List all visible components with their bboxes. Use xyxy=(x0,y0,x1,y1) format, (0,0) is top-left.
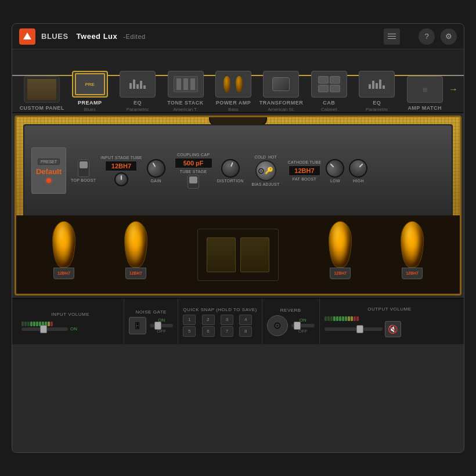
reverb-thumb[interactable] xyxy=(294,322,301,330)
eq2-label: EQ xyxy=(373,100,381,106)
reverb-label: REVERB xyxy=(267,308,315,313)
chain-item-transformer[interactable]: TRANSFORMER American St. xyxy=(257,71,305,112)
preamp-sublabel: Blues xyxy=(84,107,96,112)
gain-label: GAIN xyxy=(150,179,161,183)
tube-label-1: 12BH7 xyxy=(57,271,70,275)
bottom-controls: INPUT VOLUME ON xyxy=(12,298,464,344)
mute-button[interactable]: 🔇 xyxy=(385,321,401,337)
eq2-icon xyxy=(359,71,395,98)
tube-body-1 xyxy=(52,221,75,268)
bias-adjust-label: BIAS ADJUST xyxy=(252,182,280,186)
reverb-icon: ⊙ xyxy=(267,315,288,336)
settings-button[interactable]: ⚙ xyxy=(441,28,457,45)
noise-gate-slider[interactable] xyxy=(150,324,173,327)
bias-adjust-group: COLD HOT ⊙ BIAS ADJUST xyxy=(252,155,280,186)
tonestack-icon xyxy=(168,71,204,98)
tube-body-3 xyxy=(329,221,352,268)
chain-item-preamp[interactable]: PRE PREAMP Blues xyxy=(66,71,113,112)
tube-label-3: 12BH7 xyxy=(334,271,347,275)
cathode-tube-label: CATHODE TUBE xyxy=(288,160,322,164)
cab-label: CAB xyxy=(323,100,335,106)
eq1-icon xyxy=(120,71,156,98)
app-container: BLUES Tweed Lux -Edited ? ⚙ CUSTOM PANEL xyxy=(12,23,464,453)
transformer-icon xyxy=(263,71,299,98)
tube-2: 12BH7 xyxy=(120,221,152,288)
poweramp-label: POWER AMP xyxy=(216,100,251,106)
preset-label: PRESET xyxy=(38,158,60,165)
header: BLUES Tweed Lux -Edited ? ⚙ xyxy=(12,24,464,49)
cab-sublabel: Cabinet xyxy=(321,107,337,112)
eq1-sublabel: Parametric xyxy=(127,107,149,112)
high-knob[interactable] xyxy=(345,155,372,181)
high-label: HIGH xyxy=(353,179,364,183)
tube-1: 12BH7 xyxy=(48,221,80,288)
snap-btn-5[interactable]: 5 xyxy=(183,326,196,337)
input-on-label: ON xyxy=(70,326,77,331)
tonestack-sublabel: American T. xyxy=(173,107,197,112)
input-volume-thumb[interactable] xyxy=(40,325,47,333)
chain-item-poweramp[interactable]: POWER AMP Bass xyxy=(210,71,257,112)
input-meter xyxy=(21,319,119,326)
noise-gate-label: NOISE GATE xyxy=(129,309,173,315)
input-volume-slider-container: ON xyxy=(21,326,119,331)
chain-item-cab[interactable]: CAB Cabinet xyxy=(305,71,353,112)
input-volume-section: INPUT VOLUME ON xyxy=(17,299,124,344)
poweramp-sublabel: Bass xyxy=(228,107,239,112)
menu-button[interactable] xyxy=(384,28,400,45)
coupling-cap-value[interactable]: 500 pF xyxy=(175,158,212,168)
chain-item-custom-panel[interactable]: CUSTOM PANEL xyxy=(18,76,66,112)
noise-gate-off: OFF xyxy=(150,329,173,334)
eq1-label: EQ xyxy=(134,100,142,106)
output-meter xyxy=(324,314,455,321)
input-stage-value[interactable]: 12BH7 xyxy=(105,161,137,171)
chain-item-tonestack[interactable]: TONE STACK American T. xyxy=(161,71,209,112)
gain-knob[interactable] xyxy=(143,156,169,181)
quick-snap-label: QUICK SNAP (Hold to Save) xyxy=(183,307,257,312)
tube-body-2 xyxy=(124,221,147,268)
input-stage-group: INPUT STAGE TUBE 12BH7 xyxy=(100,156,142,186)
output-volume-slider[interactable] xyxy=(324,327,383,331)
snap-btn-4[interactable]: 4 xyxy=(239,315,252,325)
input-volume-label: INPUT VOLUME xyxy=(21,312,119,317)
input-knob-1[interactable] xyxy=(114,172,128,186)
output-volume-section: OUTPUT VOLUME 🔇 xyxy=(320,299,459,344)
coupling-cap-group: COUPLING CAP 500 pF TUBE STAGE xyxy=(175,153,212,189)
power-toggle[interactable] xyxy=(78,160,89,177)
coupling-cap-label: COUPLING CAP xyxy=(177,153,210,157)
bias-key-switch[interactable]: ⊙ xyxy=(255,160,276,181)
amp-section: PRESET Default TOP BOOST INPUT STAGE TUB… xyxy=(15,116,461,295)
snap-btn-6[interactable]: 6 xyxy=(202,326,215,337)
help-button[interactable]: ? xyxy=(419,28,435,45)
custom-panel-label: CUSTOM PANEL xyxy=(20,105,64,111)
tube-stage-toggle[interactable] xyxy=(187,175,199,189)
noise-gate-icon: 🎛 xyxy=(129,317,146,334)
logo-button[interactable] xyxy=(19,28,35,45)
top-boost-label: TOP BOOST xyxy=(71,178,96,182)
chain-item-eq2[interactable]: EQ Parametric xyxy=(353,71,401,112)
chain-item-ampmatch[interactable]: ⊞ AMP MATCH xyxy=(401,76,449,112)
snap-btn-8[interactable]: 8 xyxy=(239,326,252,337)
snap-grid: 1 2 3 4 5 6 7 8 xyxy=(183,315,257,337)
distortion-knob[interactable] xyxy=(218,156,242,180)
transformer-section xyxy=(192,229,284,281)
led-indicator xyxy=(46,178,51,183)
noise-gate-thumb[interactable] xyxy=(154,322,161,330)
cathode-tube-value[interactable]: 12BH7 xyxy=(289,165,320,176)
output-volume-thumb[interactable] xyxy=(356,325,363,333)
snap-btn-1[interactable]: 1 xyxy=(183,315,196,325)
genre-label: BLUES xyxy=(41,32,68,41)
snap-btn-7[interactable]: 7 xyxy=(221,326,233,337)
tubes-section: 12BH7 12BH7 12BH xyxy=(16,215,460,294)
tube-stage-label: TUBE STAGE xyxy=(180,170,207,174)
snap-btn-2[interactable]: 2 xyxy=(202,315,215,325)
reverb-slider[interactable] xyxy=(291,324,315,327)
snap-btn-3[interactable]: 3 xyxy=(221,315,233,325)
preset-name: Tweed Lux xyxy=(77,32,118,41)
low-knob[interactable] xyxy=(322,155,348,181)
eq2-sublabel: Parametric xyxy=(366,107,388,112)
input-volume-slider[interactable] xyxy=(21,327,68,331)
cold-label: COLD xyxy=(254,155,265,159)
quick-snap-section: QUICK SNAP (Hold to Save) 1 2 3 4 5 6 7 … xyxy=(178,299,262,344)
chain-item-eq1[interactable]: EQ Parametric xyxy=(114,71,161,112)
chain-arrow-icon: → xyxy=(449,84,458,95)
